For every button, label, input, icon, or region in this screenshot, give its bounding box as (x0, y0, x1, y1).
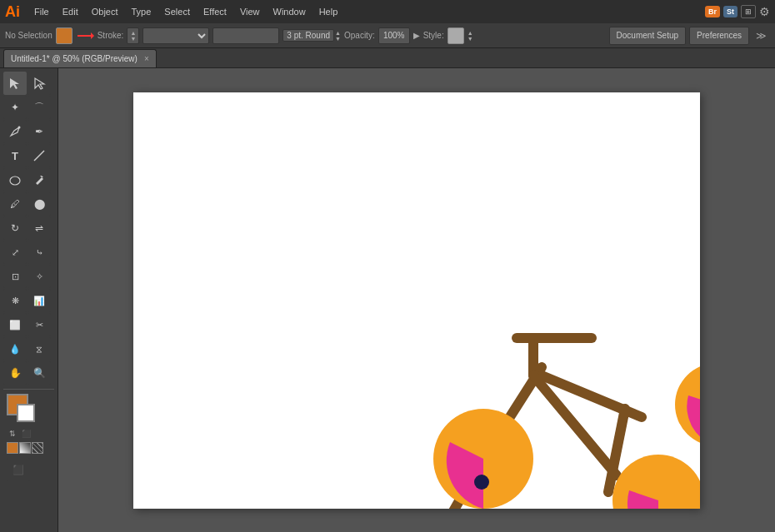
svg-point-13 (474, 475, 489, 490)
menubar: Ai File Edit Object Type Select Effect V… (0, 0, 775, 23)
style-label: Style: (423, 31, 444, 40)
stroke-updown[interactable]: ▲▼ (130, 30, 136, 42)
puppet-warp-btn[interactable]: ✧ (28, 265, 51, 288)
menu-window[interactable]: Window (268, 4, 312, 19)
document-tab[interactable]: Untitled-1* @ 50% (RGB/Preview) × (3, 49, 157, 67)
gradient-icon[interactable] (19, 442, 31, 454)
tabbar: Untitled-1* @ 50% (RGB/Preview) × (0, 48, 775, 68)
stroke-color-bar[interactable] (212, 27, 279, 44)
preferences-button[interactable]: Preferences (689, 27, 749, 45)
opacity-label: Opacity: (344, 31, 375, 40)
symbol-sprayer-btn[interactable]: ❋ (3, 289, 27, 312)
svg-line-3 (34, 151, 44, 161)
solid-color-icon[interactable] (7, 442, 18, 454)
stroke-style-select[interactable] (142, 27, 209, 44)
tools-divider (3, 389, 54, 390)
ellipse-tool-btn[interactable] (3, 168, 27, 191)
svg-marker-1 (91, 32, 94, 39)
stroke-tool-indicator[interactable] (76, 28, 94, 43)
paintbrush-tool-btn[interactable]: 🖊 (3, 192, 27, 216)
magic-wand-tool-btn[interactable]: ✦ (3, 96, 27, 119)
tab-close-button[interactable]: × (144, 54, 149, 63)
artwork-svg (133, 92, 700, 509)
style-swatch[interactable] (448, 27, 464, 44)
menu-type[interactable]: Type (126, 4, 158, 19)
lasso-tool-btn[interactable]: ⌒ (28, 96, 51, 119)
type-tool-btn[interactable]: T (3, 144, 27, 167)
line-tool-btn[interactable] (28, 144, 51, 167)
pen-tool-btn[interactable] (3, 120, 27, 143)
tools-panel: ✦ ⌒ ✒ T (0, 68, 58, 532)
style-updown[interactable]: ▲▼ (468, 30, 473, 42)
stroke-swatch[interactable] (17, 404, 35, 422)
hand-tool-btn[interactable]: ✋ (3, 361, 27, 385)
opacity-input[interactable]: 100% (378, 27, 410, 44)
pencil-tool-btn[interactable] (28, 168, 51, 191)
stroke-pt-label: 3 pt. Round (282, 29, 334, 42)
zoom-tool-btn[interactable]: 🔍 (28, 361, 51, 385)
selection-tool-btn[interactable] (3, 72, 27, 95)
settings-icon[interactable]: ⚙ (759, 5, 770, 18)
menu-effect[interactable]: Effect (198, 4, 232, 19)
swap-colors-icon[interactable]: ⇅ (7, 428, 18, 440)
canvas-area (58, 68, 775, 532)
change-screen-mode-btn[interactable]: ⬛ (7, 458, 30, 481)
artboard-tool-btn[interactable]: ⬜ (3, 313, 27, 336)
opacity-arrow[interactable]: ▶ (413, 31, 420, 40)
stroke-label: Stroke: (98, 31, 124, 40)
menu-select[interactable]: Select (158, 4, 196, 19)
main-area: ✦ ⌒ ✒ T (0, 68, 775, 532)
free-transform-btn[interactable]: ⊡ (3, 265, 27, 288)
add-anchor-tool-btn[interactable]: ✒ (28, 120, 51, 143)
default-colors-icon[interactable]: ⬛ (20, 428, 32, 440)
document-setup-button[interactable]: Document Setup (609, 27, 687, 45)
reflect-tool-btn[interactable]: ⇌ (28, 216, 51, 240)
st-icon[interactable]: St (723, 6, 738, 17)
br-icon[interactable]: Br (705, 6, 720, 17)
blob-brush-tool-btn[interactable]: ⬤ (28, 192, 51, 216)
tab-title: Untitled-1* @ 50% (RGB/Preview) (11, 54, 138, 63)
stroke-pt-updown[interactable]: ▲▼ (335, 30, 341, 42)
stroke-width-control[interactable]: ▲▼ (127, 27, 139, 44)
rotate-tool-btn[interactable]: ↻ (3, 216, 27, 240)
menu-help[interactable]: Help (313, 4, 344, 19)
none-color-icon[interactable] (32, 442, 43, 454)
eyedropper-tool-btn[interactable]: 💧 (3, 337, 27, 360)
svg-point-2 (18, 127, 21, 129)
direct-selection-tool-btn[interactable] (28, 72, 51, 95)
stroke-value-box: 3 pt. Round ▲▼ (282, 29, 341, 42)
warp-tool-btn[interactable]: ⤷ (28, 241, 51, 264)
artboard (133, 92, 700, 509)
blend-tool-btn[interactable]: ⧖ (28, 337, 51, 360)
svg-point-4 (10, 177, 20, 185)
menu-object[interactable]: Object (86, 4, 124, 19)
toolbar-overflow-icon[interactable]: ≫ (752, 30, 770, 42)
slice-tool-btn[interactable]: ✂ (28, 313, 51, 336)
scale-tool-btn[interactable]: ⤢ (3, 241, 27, 264)
ai-logo: Ai (5, 4, 20, 19)
selection-label: No Selection (5, 31, 52, 40)
menu-edit[interactable]: Edit (57, 4, 84, 19)
graph-tool-btn[interactable]: 📊 (28, 289, 51, 312)
fill-color-swatch[interactable] (56, 27, 72, 44)
menu-file[interactable]: File (28, 4, 55, 19)
menu-view[interactable]: View (234, 4, 266, 19)
color-swatch-area (7, 394, 38, 425)
toolbar: No Selection Stroke: ▲▼ 3 pt. Round ▲▼ O… (0, 23, 775, 48)
grid-icon[interactable]: ⊞ (741, 5, 756, 18)
